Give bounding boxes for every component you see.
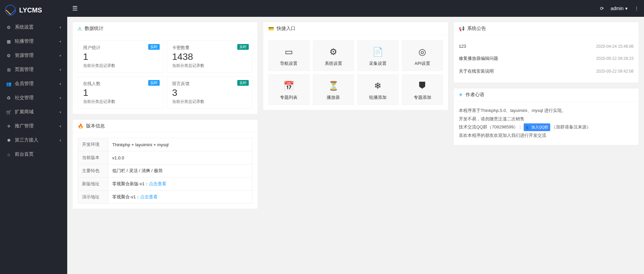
version-title: 版本信息	[86, 123, 105, 129]
sidebar-toggle-icon[interactable]: ☰	[72, 5, 78, 12]
header: ☰ ⟳ admin ▾ ⋮	[67, 0, 644, 17]
nav-item-5[interactable]: ♻社交管理▾	[0, 91, 67, 105]
quick-item-0[interactable]: ▭导航设置	[268, 40, 310, 71]
nav-item-2[interactable]: ⚙资源管理▾	[0, 48, 67, 63]
notice-item[interactable]: 关于在线安装说明2020-05-22 09:42:08	[459, 65, 634, 78]
stat-card-0: 实时用户统计1当前分类总记录数	[78, 40, 163, 73]
quick-label: 轮播添加	[359, 94, 397, 101]
nav-icon: ⚙	[6, 25, 11, 30]
quick-label: 播放器	[315, 94, 352, 101]
version-key: 当前版本	[78, 151, 108, 164]
version-row: 演示地址零视聚合-v1：点击查看	[78, 191, 252, 204]
notice-item[interactable]: 修复播放器编辑问题2020-05-22 09:28:23	[459, 52, 634, 65]
data-stats-title: 数据统计	[85, 26, 104, 32]
qq-group-badge[interactable]: 加入QQ群	[524, 123, 550, 131]
version-link[interactable]: 点击查看	[149, 181, 166, 186]
quick-icon: 📅	[270, 81, 308, 91]
nav-label: 第三方接入	[15, 137, 38, 143]
quick-title: 快捷入口	[277, 26, 295, 32]
stat-value: 3	[172, 87, 247, 98]
logo[interactable]: LYCMS	[0, 0, 67, 20]
nav-item-6[interactable]: 🛒扩展商城▾	[0, 105, 67, 119]
stat-card-2: 实时在线人数1当前分类总记录数	[78, 76, 163, 109]
refresh-icon[interactable]: ⟳	[600, 6, 604, 11]
notice-list: 1232020-04-24 15:46:06修复播放器编辑问题2020-05-2…	[459, 40, 634, 78]
quick-icon: ❄	[359, 81, 397, 91]
fire-icon: 🔥	[78, 123, 83, 129]
author-line4: 喜欢本程序的朋友欢迎加入我们进行开发交流	[459, 131, 634, 140]
nav-icon: ✱	[6, 138, 11, 143]
realtime-badge: 实时	[237, 80, 249, 86]
quick-label: 专题添加	[404, 94, 441, 101]
nav-item-0[interactable]: ⚙系统设置▾	[0, 20, 67, 34]
nav-icon: ⌂	[6, 152, 11, 157]
notice-time: 2020-05-22 09:42:08	[596, 69, 634, 74]
quick-icon: 📄	[359, 47, 397, 57]
version-value: v1.0.0	[108, 151, 252, 164]
quick-item-2[interactable]: 📄采集设置	[357, 40, 399, 71]
version-link[interactable]: 点击查看	[140, 194, 158, 199]
stat-title: 在线人数	[83, 81, 158, 87]
notice-text: 关于在线安装说明	[459, 68, 494, 74]
quick-item-4[interactable]: 📅专题列表	[268, 74, 310, 105]
nav-icon: 👥	[6, 81, 11, 86]
nav-label: 推广管理	[15, 123, 34, 129]
user-menu[interactable]: admin ▾	[611, 6, 628, 11]
user-name: admin	[611, 6, 623, 11]
data-stats-card: ⚠ 数据统计 实时用户统计1当前分类总记录数实时卡密数量1438当前分类总记录数…	[72, 22, 258, 114]
quick-item-7[interactable]: ⛊专题添加	[402, 74, 443, 105]
quick-label: 导航设置	[270, 61, 308, 67]
quick-item-1[interactable]: ⚙系统设置	[313, 40, 354, 71]
quick-icon: ▭	[270, 47, 308, 57]
stat-title: 用户统计	[83, 45, 158, 51]
notice-time: 2020-05-22 09:28:23	[596, 56, 634, 61]
nav-item-4[interactable]: 👥会员管理▾	[0, 77, 67, 91]
notice-item[interactable]: 1232020-04-24 15:46:06	[459, 40, 634, 52]
nav-item-1[interactable]: ▦轮播管理▾	[0, 34, 67, 48]
nav-label: 会员管理	[15, 81, 34, 87]
nav-item-7[interactable]: ✈推广管理▾	[0, 119, 67, 133]
nav-icon: ♻	[6, 95, 11, 101]
nav-item-3[interactable]: ⊞页面管理▾	[0, 63, 67, 77]
quick-item-6[interactable]: ❄轮播添加	[357, 74, 399, 105]
chevron-down-icon: ▾	[59, 26, 61, 29]
notice-card: 📢 系统公告 1232020-04-24 15:46:06修复播放器编辑问题20…	[453, 22, 639, 83]
nav-icon: ⚙	[6, 53, 11, 58]
stat-title: 留言反馈	[172, 81, 247, 87]
nav-item-9[interactable]: ⌂前台首页	[0, 147, 67, 161]
quick-entry-card: 💳 快捷入口 ▭导航设置⚙系统设置📄采集设置◎API设置📅专题列表⏳播放器❄轮播…	[263, 22, 448, 110]
quick-icon: ◎	[404, 47, 441, 57]
quick-label: 专题列表	[270, 94, 308, 101]
author-card: ✈ 作者心语 本程序基于Thinkphp.5.0、layuimini、mysql…	[453, 88, 639, 145]
stat-sub: 当前分类总记录数	[172, 99, 247, 105]
stat-value: 1438	[172, 51, 247, 62]
quick-label: API设置	[404, 61, 441, 67]
nav-label: 前台首页	[15, 151, 34, 157]
quick-icon: ⚙	[315, 47, 352, 57]
chevron-down-icon: ▾	[59, 110, 61, 114]
quick-item-5[interactable]: ⏳播放器	[313, 74, 354, 105]
more-icon[interactable]: ⋮	[634, 6, 639, 11]
nav-label: 资源管理	[15, 52, 34, 58]
version-key: 主要特色	[78, 164, 108, 178]
chevron-down-icon: ▾	[59, 82, 61, 86]
version-key: 开发环境	[78, 138, 108, 151]
chevron-down-icon: ▾	[59, 124, 61, 128]
nav-menu: ⚙系统设置▾▦轮播管理▾⚙资源管理▾⊞页面管理▾👥会员管理▾♻社交管理▾🛒扩展商…	[0, 20, 67, 161]
version-row: 新版地址零视聚合新版-v1：点击查看	[78, 178, 252, 191]
nav-item-8[interactable]: ✱第三方接入▾	[0, 133, 67, 147]
version-card: 🔥 版本信息 开发环境Thinkphp + layuimini + mysql当…	[72, 119, 258, 209]
nav-icon: ✈	[6, 124, 11, 129]
quick-item-3[interactable]: ◎API设置	[402, 40, 443, 71]
author-line3: 技术交流QQ群（708298599）： 加入QQ群 （加群请备注来源）	[459, 123, 634, 131]
chevron-down-icon: ▾	[59, 96, 61, 100]
stat-value: 1	[83, 87, 158, 98]
stat-value: 1	[83, 51, 158, 62]
version-row: 开发环境Thinkphp + layuimini + mysql	[78, 138, 252, 151]
chevron-down-icon: ▾	[59, 68, 61, 72]
chevron-down-icon: ▾	[59, 139, 61, 142]
version-value: 低门栏 / 灵活 / 清爽 / 极简	[108, 164, 252, 178]
warning-icon: ⚠	[78, 26, 82, 31]
chevron-down-icon: ▾	[59, 54, 61, 57]
logo-icon	[5, 5, 16, 15]
